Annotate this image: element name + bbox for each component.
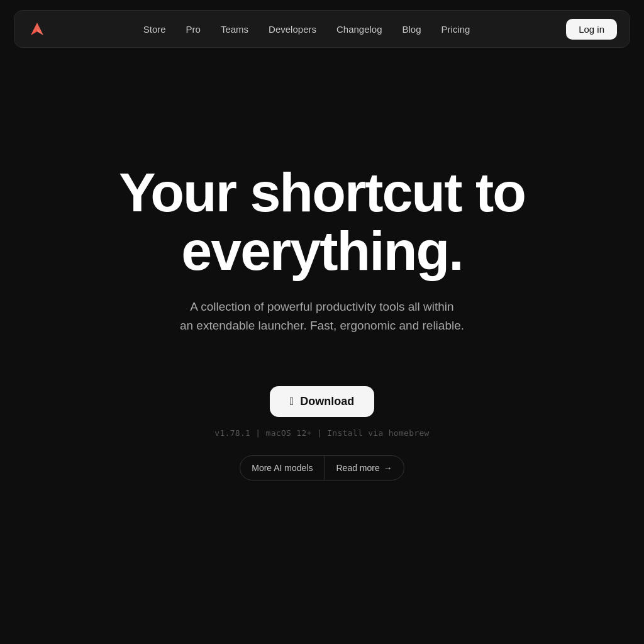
apple-icon: 	[290, 395, 294, 408]
version-info: v1.78.1 | macOS 12+ | Install via homebr…	[214, 428, 429, 438]
homebrew-text: Install via homebrew	[327, 428, 430, 438]
logo[interactable]	[27, 19, 47, 39]
ai-banner: More AI models Read more →	[240, 455, 404, 480]
nav-link-store[interactable]: Store	[136, 20, 174, 38]
arrow-icon: →	[384, 463, 392, 473]
nav-links: StoreProTeamsDevelopersChangelogBlogPric…	[136, 20, 478, 38]
hero-title-line2: everything.	[181, 219, 462, 282]
ai-read-more-label: Read more	[336, 463, 380, 473]
ai-read-more-button[interactable]: Read more →	[325, 457, 404, 479]
nav-link-pro[interactable]: Pro	[179, 20, 208, 38]
nav-link-changelog[interactable]: Changelog	[329, 20, 390, 38]
requirements: macOS 12+	[266, 428, 312, 438]
separator-2: |	[317, 428, 322, 438]
ai-badge: More AI models	[240, 457, 324, 479]
download-button-label: Download	[300, 395, 354, 408]
version-number: v1.78.1	[214, 428, 250, 438]
hero-title: Your shortcut to everything.	[119, 164, 525, 280]
hero-subtitle: A collection of powerful productivity to…	[180, 297, 464, 336]
separator-1: |	[255, 428, 260, 438]
nav-link-pricing[interactable]: Pricing	[434, 20, 478, 38]
download-button[interactable]:  Download	[270, 386, 375, 417]
hero-subtitle-line1: A collection of powerful productivity to…	[190, 300, 453, 313]
login-button[interactable]: Log in	[566, 19, 617, 40]
nav-link-developers[interactable]: Developers	[261, 20, 324, 38]
hero-subtitle-line2: an extendable launcher. Fast, ergonomic …	[180, 319, 464, 332]
navbar: StoreProTeamsDevelopersChangelogBlogPric…	[14, 10, 630, 48]
nav-link-blog[interactable]: Blog	[395, 20, 429, 38]
hero-title-line1: Your shortcut to	[119, 161, 525, 223]
nav-link-teams[interactable]: Teams	[213, 20, 256, 38]
hero-section: Your shortcut to everything. A collectio…	[0, 0, 644, 644]
logo-icon	[27, 19, 47, 39]
